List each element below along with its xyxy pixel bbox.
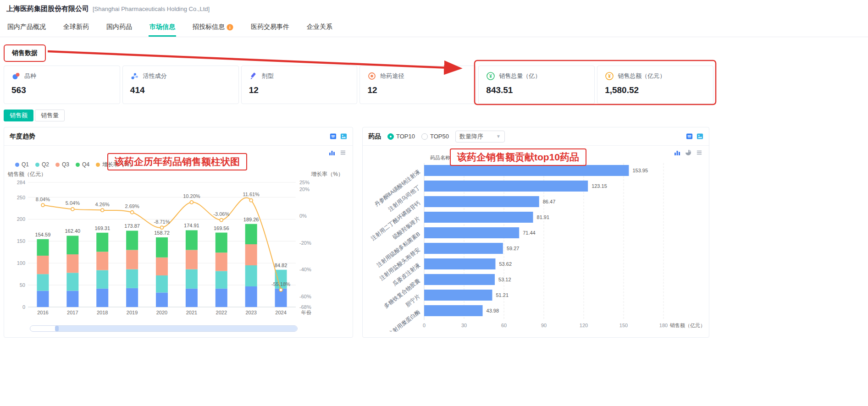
legend-item-Q1[interactable]: Q1 [15, 161, 29, 168]
svg-text:2017: 2017 [67, 310, 78, 315]
svg-text:-20%: -20% [299, 240, 311, 246]
info-icon: i [227, 24, 233, 31]
toggle-sales-volume[interactable]: 销售量 [35, 110, 65, 121]
svg-text:71.44: 71.44 [523, 230, 536, 236]
svg-text:0: 0 [423, 323, 426, 328]
svg-text:162.40: 162.40 [65, 228, 81, 234]
nav-tab-7[interactable]: 企业关系 [306, 17, 333, 37]
legend-dot [55, 163, 60, 167]
svg-text:11.61%: 11.61% [243, 192, 260, 197]
svg-text:2016: 2016 [37, 310, 48, 315]
svg-text:43.98: 43.98 [487, 308, 499, 313]
svg-text:2022: 2022 [216, 310, 227, 315]
annual-trend-body: Q1Q2Q3Q4增长率（%） 销售额（亿元）增长率（%）284250200150… [4, 146, 353, 332]
stat-value: 414 [130, 85, 231, 95]
svg-text:2019: 2019 [127, 310, 138, 315]
svg-text:销售额（亿元）: 销售额（亿元） [7, 171, 46, 177]
radio-label: TOP10 [396, 133, 415, 140]
svg-text:增长率（%）: 增长率（%） [311, 171, 343, 177]
svg-text:-60%: -60% [299, 294, 311, 299]
svg-text:100: 100 [17, 260, 25, 266]
table-export-icon[interactable] [686, 133, 693, 140]
svg-text:60: 60 [501, 323, 507, 328]
metric-toggle-group: 销售额销售量 [4, 110, 715, 121]
sort-order-select[interactable]: 数量降序 ▼ [455, 131, 505, 143]
nav-tab-label: 国内药品 [106, 23, 132, 31]
radio-dot [387, 133, 394, 140]
data-zoom-slider[interactable] [30, 325, 298, 332]
svg-text:59.27: 59.27 [507, 246, 520, 251]
svg-text:年份: 年份 [301, 310, 311, 315]
svg-text:-55.18%: -55.18% [271, 281, 290, 287]
svg-text:180: 180 [659, 323, 668, 328]
stat-value: 12 [367, 85, 468, 95]
legend-dot [15, 163, 19, 167]
svg-text:173.87: 173.87 [124, 223, 140, 229]
svg-text:250: 250 [17, 195, 25, 200]
stat-card-dosage: 剂型12 [241, 66, 358, 104]
legend-item-Q3[interactable]: Q3 [55, 161, 69, 168]
top-n-radio-group: TOP10TOP50 [387, 133, 449, 140]
bar-chart-icon[interactable] [329, 149, 335, 156]
svg-text:153.95: 153.95 [632, 168, 648, 173]
svg-text:5.04%: 5.04% [66, 200, 80, 206]
svg-text:169.56: 169.56 [214, 225, 229, 231]
stat-label: 品种 [24, 72, 36, 80]
bar-chart-icon[interactable] [674, 149, 680, 156]
data-zoom-handle[interactable] [55, 326, 59, 331]
list-icon[interactable] [340, 149, 346, 156]
radio-top10[interactable]: TOP10 [387, 133, 415, 140]
nav-tabs: 国内产品概况全球新药国内药品市场信息招投标信息i医药交易事件企业关系 [0, 17, 868, 37]
svg-text:-68%: -68% [299, 304, 311, 310]
image-export-icon[interactable] [697, 133, 703, 140]
svg-text:90: 90 [541, 323, 547, 328]
svg-text:158.72: 158.72 [154, 230, 170, 236]
svg-text:2018: 2018 [97, 310, 108, 315]
svg-text:120: 120 [580, 323, 588, 328]
svg-text:8.04%: 8.04% [36, 197, 50, 202]
svg-text:注射用糜蛋白酶: 注射用糜蛋白酶 [387, 308, 421, 332]
table-export-icon[interactable] [330, 133, 337, 140]
data-zoom-selected-range[interactable] [57, 326, 297, 331]
nav-tab-label: 企业关系 [307, 23, 332, 31]
nav-tab-2[interactable]: 全球新药 [62, 17, 90, 37]
stat-label: 销售总额（亿元） [618, 72, 665, 80]
svg-text:0: 0 [22, 304, 25, 310]
stat-label: 给药途径 [380, 72, 404, 80]
svg-text:150: 150 [619, 323, 628, 328]
legend-item-Q4[interactable]: Q4 [76, 161, 89, 168]
svg-text:¥: ¥ [608, 74, 611, 79]
image-export-icon[interactable] [340, 133, 347, 140]
svg-text:¥: ¥ [490, 74, 492, 79]
svg-text:-8.71%: -8.71% [154, 219, 170, 225]
nav-tab-6[interactable]: 医药交易事件 [250, 17, 290, 37]
stat-card-sales-volume: ¥销售总量（亿）843.51 [478, 66, 595, 104]
list-icon[interactable] [696, 149, 702, 156]
top-drugs-chart: 0306090120150180销售额（亿元）药品名称153.95丹参酮ⅡA磺酸… [365, 148, 706, 332]
svg-text:200: 200 [17, 216, 25, 222]
top-drugs-panel-header: 药品 TOP10TOP50 数量降序 ▼ [363, 127, 709, 146]
svg-text:2.69%: 2.69% [125, 203, 139, 209]
nav-tab-1[interactable]: 国内产品概况 [6, 17, 47, 37]
sales-amount-icon: ¥ [605, 71, 614, 81]
nav-tab-3[interactable]: 国内药品 [105, 17, 133, 37]
nav-tab-5[interactable]: 招投标信息i [192, 17, 234, 37]
nav-tab-4[interactable]: 市场信息 [149, 17, 176, 37]
sort-order-value: 数量降序 [459, 132, 483, 141]
svg-text:0%: 0% [299, 213, 307, 219]
toggle-sales-amount[interactable]: 销售额 [4, 110, 33, 121]
pie-chart-icon[interactable] [685, 149, 691, 156]
radio-top50[interactable]: TOP50 [421, 133, 449, 140]
top-drugs-body: 0306090120150180销售额（亿元）药品名称153.95丹参酮ⅡA磺酸… [363, 146, 709, 334]
annual-trend-title: 年度趋势 [10, 132, 35, 141]
svg-text:20%: 20% [299, 187, 310, 192]
nav-tab-label: 医药交易事件 [251, 23, 289, 31]
stat-card-ingredient: 活性成分414 [122, 66, 239, 104]
chevron-down-icon: ▼ [490, 134, 501, 139]
legend-item-Q2[interactable]: Q2 [35, 161, 49, 168]
svg-text:51.21: 51.21 [496, 292, 509, 298]
annotation-right-chart: 该药企销售额贡献top10药品 [450, 148, 586, 166]
nav-tab-label: 招投标信息 [193, 23, 225, 31]
svg-text:-40%: -40% [299, 267, 311, 272]
stat-value: 12 [249, 85, 350, 95]
